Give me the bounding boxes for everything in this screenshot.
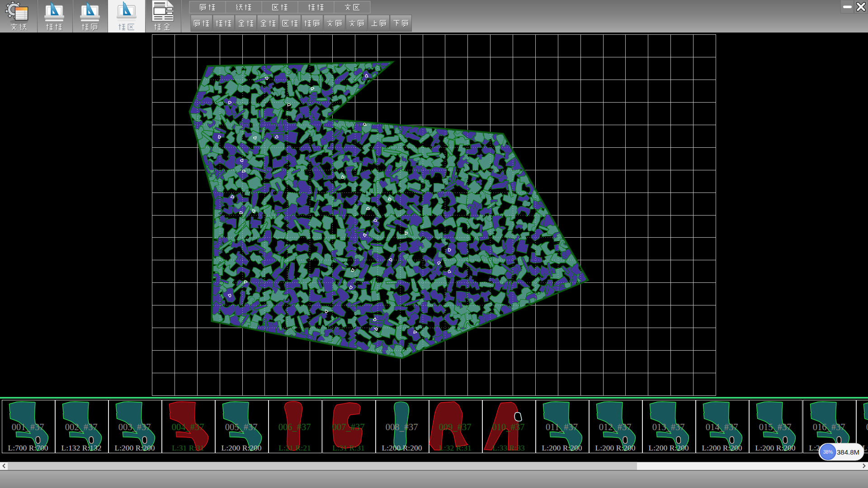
svg-text:L:200 R:200: L:200 R:200 [755, 443, 796, 452]
svg-text:007_#37: 007_#37 [332, 422, 365, 432]
svg-text:L:200 R:200: L:200 R:200 [222, 443, 262, 452]
svg-text:L:200 R:200: L:200 R:200 [649, 443, 689, 452]
svg-text:L:33 R:33: L:33 R:33 [492, 443, 525, 452]
svg-text:L:21 R:21: L:21 R:21 [278, 443, 311, 452]
svg-text:L:700 R:700: L:700 R:700 [8, 443, 48, 452]
svg-text:009_#37: 009_#37 [439, 422, 472, 432]
svg-text:016_#37: 016_#37 [813, 422, 845, 432]
svg-text:002_#37: 002_#37 [65, 422, 98, 432]
svg-text:008_#37: 008_#37 [386, 422, 418, 432]
svg-text:384.8M: 384.8M [837, 448, 859, 456]
svg-text:011_#37: 011_#37 [546, 422, 578, 432]
svg-text:013_#37: 013_#37 [652, 422, 685, 432]
svg-text:006_#37: 006_#37 [278, 422, 311, 432]
svg-text:L:31 R:31: L:31 R:31 [172, 443, 204, 452]
svg-text:L:200 R:200: L:200 R:200 [595, 443, 636, 452]
svg-text:L:200 R:200: L:200 R:200 [382, 443, 422, 452]
svg-text:015_#37: 015_#37 [759, 422, 792, 432]
svg-text:L:132 R:132: L:132 R:132 [61, 443, 102, 452]
svg-text:L:200 R:200: L:200 R:200 [115, 443, 155, 452]
svg-text:003_#37: 003_#37 [118, 422, 151, 432]
svg-text:004_#37: 004_#37 [172, 422, 204, 432]
svg-text:010_#37: 010_#37 [492, 422, 525, 432]
svg-text:L:200 R:200: L:200 R:200 [702, 443, 742, 452]
svg-text:014_#37: 014_#37 [706, 422, 738, 432]
svg-text:012_#37: 012_#37 [599, 422, 632, 432]
svg-text:L:32 R:31: L:32 R:31 [439, 443, 471, 452]
svg-text:38%: 38% [823, 449, 833, 455]
svg-text:L:31 R:31: L:31 R:31 [332, 443, 364, 452]
svg-text:001_#37: 001_#37 [12, 422, 44, 432]
svg-text:005_#37: 005_#37 [225, 422, 258, 432]
svg-text:017_#37: 017_#37 [866, 422, 868, 432]
svg-text:L:200 R:200: L:200 R:200 [542, 443, 582, 452]
